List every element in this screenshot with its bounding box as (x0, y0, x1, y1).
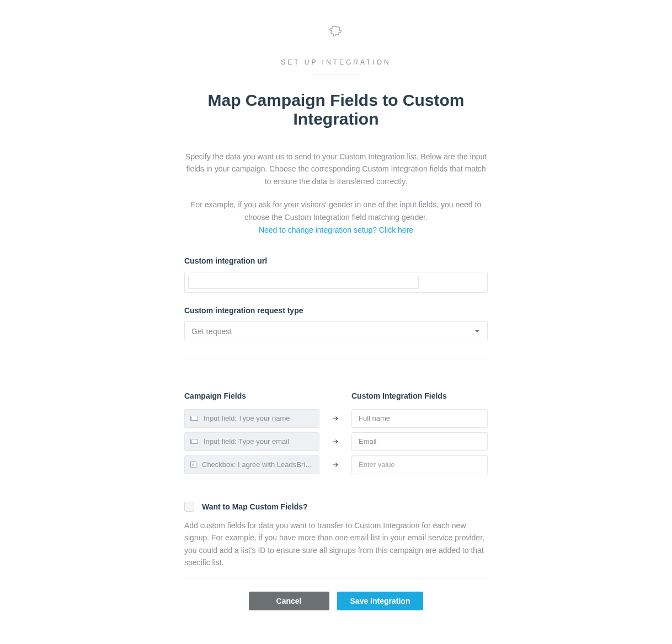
campaign-field-label: Input field: Type your email (204, 437, 289, 446)
arrow-right-icon (319, 438, 351, 446)
arrow-right-icon (319, 415, 351, 422)
request-type-label: Custom integration request type (184, 306, 488, 315)
mapping-row: Checkbox: I agree with LeadsBridge pr (184, 455, 488, 474)
integration-field-input[interactable] (351, 455, 488, 474)
divider (311, 74, 361, 74)
campaign-field: Input field: Type your email (184, 432, 319, 451)
mapping-row: Input field: Type your name (184, 409, 488, 428)
campaign-field: Checkbox: I agree with LeadsBridge pr (184, 455, 319, 474)
page-title: Map Campaign Fields to Custom Integratio… (184, 91, 488, 128)
cancel-button[interactable]: Cancel (249, 592, 329, 610)
integration-fields-heading: Custom Integration Fields (351, 391, 447, 400)
puzzle-icon (184, 25, 488, 42)
url-group: Custom integration url (184, 256, 488, 293)
intro-paragraph-1: Specify the data you want us to send to … (184, 151, 488, 187)
button-row: Cancel Save Integration (184, 592, 488, 610)
checkbox-field-icon (190, 461, 196, 468)
campaign-field-label: Input field: Type your name (204, 414, 290, 422)
custom-fields-section: Want to Map Custom Fields? Add custom fi… (184, 502, 488, 569)
footer-divider (184, 578, 488, 578)
request-type-group: Custom integration request type Get requ… (184, 306, 488, 341)
custom-fields-description: Add custom fields for data you want to t… (184, 519, 488, 569)
input-field-icon (190, 439, 198, 444)
campaign-field-label: Checkbox: I agree with LeadsBridge pr (202, 460, 313, 469)
request-type-select[interactable]: Get request (184, 321, 488, 341)
url-input-wrap (184, 272, 488, 293)
campaign-field: Input field: Type your name (184, 409, 319, 428)
change-setup-link[interactable]: Need to change integration setup? Click … (184, 226, 488, 234)
page-container: SET UP INTEGRATION Map Campaign Fields t… (102, 0, 570, 632)
save-integration-button[interactable]: Save Integration (337, 592, 424, 610)
url-label: Custom integration url (184, 256, 488, 265)
map-custom-fields-checkbox[interactable] (184, 502, 194, 512)
arrow-right-icon (319, 461, 351, 469)
kicker-text: SET UP INTEGRATION (184, 58, 488, 66)
url-input[interactable] (188, 276, 419, 289)
request-type-value: Get request (191, 327, 232, 336)
input-field-icon (190, 416, 198, 421)
columns-header: Campaign Fields Custom Integration Field… (184, 391, 488, 400)
campaign-fields-heading: Campaign Fields (184, 391, 246, 400)
integration-field-input[interactable] (351, 409, 488, 428)
map-custom-fields-label: Want to Map Custom Fields? (202, 502, 308, 511)
chevron-down-icon (475, 330, 479, 332)
section-divider (184, 358, 488, 358)
intro-paragraph-2: For example, if you ask for your visitor… (184, 198, 488, 223)
mapping-row: Input field: Type your email (184, 432, 488, 451)
integration-field-input[interactable] (351, 432, 488, 451)
